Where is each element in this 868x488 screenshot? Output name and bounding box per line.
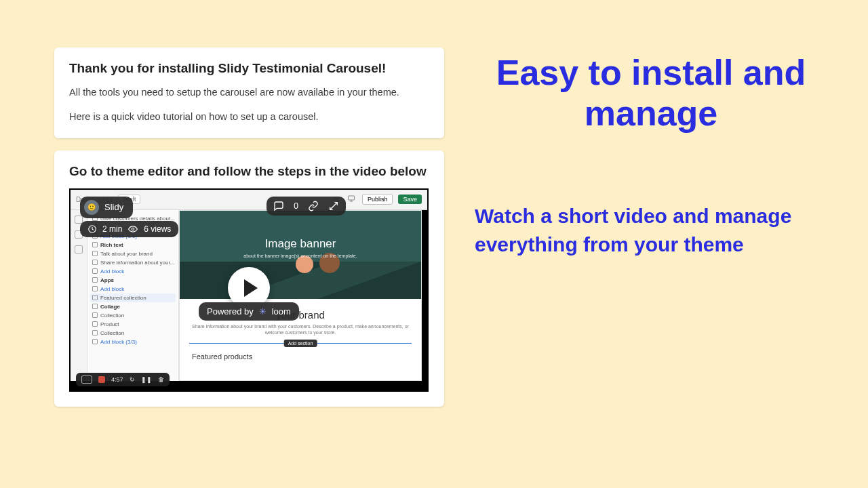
- welcome-text-1: All the tools you need to setup the caro…: [69, 85, 429, 100]
- welcome-title: Thank you for installing Slidy Testimoni…: [69, 61, 429, 76]
- sidebar-item-icon: [92, 330, 98, 336]
- sidebar-item[interactable]: Collection: [90, 329, 176, 338]
- sidebar-item-icon: [92, 321, 98, 327]
- powered-by-chip[interactable]: Powered by ✳ loom: [199, 302, 299, 321]
- clock-icon: [87, 224, 97, 234]
- marketing-headline: Easy to install and manage: [475, 53, 827, 134]
- restart-icon[interactable]: ↻: [130, 376, 135, 383]
- sidebar-item-label: Apps: [100, 277, 114, 283]
- trash-icon[interactable]: 🗑: [158, 376, 164, 383]
- sidebar-item[interactable]: Apps: [90, 276, 176, 285]
- sidebar-item[interactable]: Product: [90, 320, 176, 329]
- brand-sub: Share information about your brand with …: [192, 323, 409, 337]
- pause-icon[interactable]: ❚❚: [141, 376, 152, 383]
- sidebar-item[interactable]: Collection: [90, 311, 176, 320]
- expand-icon[interactable]: [328, 201, 339, 211]
- sidebar-item-icon: [92, 277, 98, 283]
- desktop-icon: [347, 195, 357, 204]
- banner-sub: about the banner image(s) or content on …: [243, 253, 357, 258]
- powered-brand: loom: [272, 306, 291, 317]
- eye-icon: [127, 224, 138, 234]
- video-title-chip: 🙂 Slidy: [80, 197, 133, 218]
- camera-icon[interactable]: [81, 375, 92, 384]
- add-section-button[interactable]: Add section: [284, 340, 317, 347]
- record-icon[interactable]: [98, 376, 105, 383]
- sidebar-item-label: Add block: [100, 286, 124, 292]
- video-views: 6 views: [144, 224, 171, 234]
- video-tools-chip: 0: [267, 197, 346, 216]
- sidebar-item[interactable]: Add block: [90, 285, 176, 293]
- sidebar-item[interactable]: Add block (3/3): [90, 338, 176, 346]
- record-time: 4:57: [111, 376, 123, 383]
- welcome-card: Thank you for installing Slidy Testimoni…: [54, 47, 444, 138]
- recorder-controls: 4:57 ↻ ❚❚ 🗑: [76, 373, 170, 386]
- video-duration: 2 min: [102, 224, 122, 234]
- link-icon[interactable]: [308, 201, 319, 211]
- featured-products-heading: Featured products: [180, 350, 421, 363]
- sidebar-item-icon: [92, 312, 98, 318]
- sidebar-item-icon: [92, 304, 98, 309]
- sidebar-item-label: Rich text: [100, 242, 123, 248]
- powered-label: Powered by: [207, 306, 254, 317]
- loom-logo-icon: ✳: [259, 306, 267, 317]
- svg-rect-0: [348, 196, 354, 200]
- sidebar-item[interactable]: Share information about your...: [90, 258, 176, 267]
- sidebar-item-label: Collection: [100, 330, 124, 336]
- video-title: Slidy: [104, 202, 123, 212]
- sidebar-item-icon: [92, 251, 98, 256]
- sidebar-item[interactable]: Collage: [90, 302, 176, 311]
- sidebar-item-label: Share information about your...: [100, 260, 174, 266]
- sidebar-item-label: Featured collection: [100, 295, 146, 301]
- sidebar-item-label: Add block (3/3): [100, 339, 137, 345]
- welcome-text-2: Here is a quick video tutorial on how to…: [69, 110, 429, 125]
- sidebar-item-label: Collage: [100, 304, 120, 310]
- banner-title: Image banner: [265, 237, 336, 251]
- svg-point-2: [132, 228, 135, 230]
- editor-canvas: Image banner about the banner image(s) o…: [179, 210, 422, 381]
- comment-count: 0: [294, 201, 298, 211]
- sidebar-item-icon: [92, 286, 98, 291]
- sidebar-item[interactable]: Rich text: [90, 241, 176, 249]
- sidebar-item-icon: [92, 295, 98, 300]
- presenter-avatar: 🙂: [84, 200, 99, 215]
- sidebar-item-label: Talk about your brand: [100, 251, 153, 257]
- comment-icon[interactable]: [273, 201, 284, 211]
- sidebar-item-label: Add block: [100, 268, 124, 274]
- sidebar-item-label: Collection: [100, 312, 124, 319]
- sidebar-item-label: Product: [100, 321, 119, 327]
- publish-button[interactable]: Publish: [362, 194, 393, 205]
- video-card: Go to theme editor and follow the steps …: [54, 150, 444, 407]
- sidebar-item-icon: [92, 339, 98, 344]
- sidebar-item-icon: [92, 242, 98, 247]
- tutorial-video[interactable]: Dashboards Draft Publish Save Give custo…: [69, 188, 429, 392]
- marketing-subline: Watch a short video and manage everythin…: [475, 202, 827, 260]
- video-card-title: Go to theme editor and follow the steps …: [69, 164, 429, 179]
- save-button[interactable]: Save: [398, 195, 422, 204]
- image-banner: Image banner about the banner image(s) o…: [180, 211, 421, 299]
- sidebar-item[interactable]: Talk about your brand: [90, 249, 176, 258]
- sidebar-item-icon: [92, 268, 98, 274]
- sidebar-item[interactable]: Add block: [90, 267, 176, 276]
- sidebar-item-icon: [92, 260, 98, 265]
- video-meta-chip: 2 min 6 views: [80, 221, 178, 237]
- sidebar-item[interactable]: Featured collection: [90, 293, 176, 302]
